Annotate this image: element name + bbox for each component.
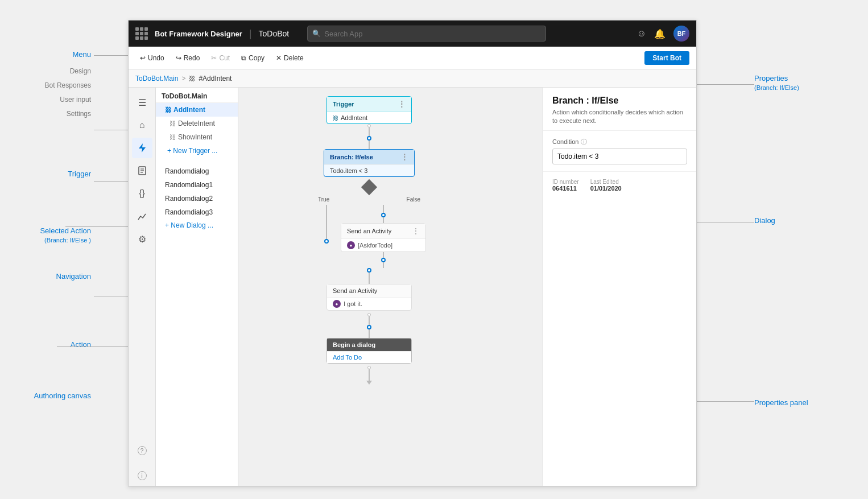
send-activity-main-body: ● I got it. [327, 298, 411, 310]
delete-button[interactable]: ✕ Delete [271, 52, 308, 64]
trigger-node[interactable]: Trigger ⋮ ⛓ AddIntent [326, 96, 412, 124]
v-line-2 [369, 141, 370, 149]
props-condition-input[interactable] [552, 149, 687, 164]
props-condition-field: Condition ⓘ [543, 131, 696, 172]
dialog-item-randomdialog1[interactable]: Randomdialog1 [156, 178, 238, 192]
false-branch-line [383, 205, 384, 213]
delete-label: Delete [284, 54, 304, 62]
v-line-5 [369, 329, 370, 338]
dialog-panel-header: ToDoBot.Main [156, 88, 238, 103]
app-title: Bot Framework Designer [155, 30, 242, 38]
sidebar-icon-triggers[interactable] [132, 138, 152, 158]
search-box[interactable]: 🔍 [307, 26, 546, 42]
new-trigger-button[interactable]: + New Trigger ... [156, 144, 238, 158]
redo-button[interactable]: ↪ Redo [171, 52, 205, 64]
props-header: Branch : If/Else Action which conditiona… [543, 88, 696, 131]
trigger-node-header: Trigger ⋮ [327, 97, 411, 112]
ann-properties-panel: Properties panel [754, 398, 808, 407]
topbar-right: ☺ 🔔 BF [637, 26, 689, 42]
dialog-item-addintent-label: AddIntent [173, 106, 205, 114]
true-label: True [318, 196, 329, 203]
connector-dot-4 [367, 325, 371, 329]
breadcrumb-icon: ⛓ [189, 75, 195, 82]
ann-properties-sub: (Branch: If/Else) [754, 84, 799, 91]
breadcrumb-current: #AddIntent [199, 75, 232, 83]
props-id-value: 0641611 [552, 185, 579, 192]
begin-dialog-node[interactable]: Begin a dialog Add To Do [326, 338, 412, 364]
sidebar-icon-docs[interactable] [132, 160, 152, 181]
ann-action: Action [71, 340, 91, 349]
new-dialog-button[interactable]: + New Dialog ... [156, 219, 238, 232]
hint-circle-2: i [138, 471, 147, 480]
search-icon: 🔍 [312, 30, 321, 38]
trigger-menu-dots[interactable]: ⋮ [398, 100, 406, 109]
dialog-item-addintent[interactable]: ⛓ AddIntent [156, 103, 238, 117]
send-activity-false-header: Send an Activity ⋮ [341, 224, 425, 239]
send-false-body-label: [AskforTodo] [358, 242, 392, 249]
copy-button[interactable]: ⧉ Copy [237, 52, 269, 64]
branch-node[interactable]: Branch: If/else ⋮ Todo.item < 3 [324, 149, 415, 177]
sidebar-icon-hint1[interactable]: ? [132, 440, 152, 461]
emoji-icon[interactable]: ☺ [637, 28, 646, 39]
dialog-panel: ToDoBot.Main ⛓ AddIntent ⛓ DeleteIntent … [156, 88, 238, 486]
false-label: False [407, 196, 420, 203]
sidebar-icon-settings[interactable]: ⚙ [132, 229, 152, 249]
redo-icon: ↪ [176, 54, 181, 62]
notification-icon[interactable]: 🔔 [654, 28, 666, 39]
dialog-item-deleteintent-label: DeleteIntent [178, 119, 215, 127]
avatar[interactable]: BF [673, 26, 689, 42]
cut-button[interactable]: ✂ Cut [206, 52, 234, 64]
dialog-item-randomdialog[interactable]: Randomdialog [156, 164, 238, 178]
send-false-menu-dots[interactable]: ⋮ [412, 226, 420, 236]
sidebar-icon-menu[interactable]: ☰ [132, 92, 152, 113]
dialog-item-randomdialog3[interactable]: Randomdialog3 [156, 205, 238, 219]
send-activity-false-body: ● [AskforTodo] [341, 239, 425, 251]
dialog-item-showintent[interactable]: ⛓ ShowIntent [156, 130, 238, 144]
dialog-item-deleteintent[interactable]: ⛓ DeleteIntent [156, 117, 238, 130]
props-last-edited: Last Edited 01/01/2020 [590, 179, 622, 192]
breadcrumb-root[interactable]: ToDoBot.Main [135, 75, 178, 83]
breadcrumb-sep: > [181, 75, 185, 83]
props-last-edited-value: 01/01/2020 [590, 185, 622, 192]
ann-selected-action: Selected Action [40, 226, 91, 235]
app-name: ToDoBot [259, 29, 290, 38]
props-last-edited-label: Last Edited [590, 179, 622, 185]
dialog-section [156, 158, 238, 164]
send-main-icon: ● [333, 300, 341, 308]
toolbar: ↩ Undo ↪ Redo ✂ Cut ⧉ Copy ✕ Delete Star… [129, 47, 696, 69]
sidebar-icon-analytics[interactable] [132, 206, 152, 226]
true-branch-dot [324, 239, 329, 244]
sidebar-icons: ☰ ⌂ {} [129, 88, 156, 486]
send-activity-main-node[interactable]: Send an Activity ● I got it. [326, 284, 412, 311]
props-condition-label: Condition ⓘ [552, 138, 687, 146]
send-activity-false-node[interactable]: Send an Activity ⋮ ● [AskforTodo] [341, 223, 426, 252]
ann-line-menu [94, 55, 129, 56]
intent-icon: ⛓ [165, 106, 171, 113]
false-line-2 [383, 217, 384, 223]
false-end-dot [381, 258, 386, 262]
undo-button[interactable]: ↩ Undo [135, 52, 169, 64]
ann-navigation: Navigation [56, 272, 91, 281]
search-input[interactable] [324, 30, 541, 38]
canvas-area[interactable]: Trigger ⋮ ⛓ AddIntent [238, 88, 543, 486]
cut-label: Cut [219, 54, 230, 62]
properties-panel: Branch : If/Else Action which conditiona… [543, 88, 696, 486]
trigger-body-label: AddIntent [341, 114, 367, 121]
sidebar-icon-hint2[interactable]: i [132, 465, 152, 486]
ann-dialog: Dialog [754, 216, 775, 225]
ann-bot-responses: Bot Responses [45, 81, 91, 89]
ann-properties: Properties [754, 74, 788, 83]
trigger-icon-small: ⛓ [333, 115, 338, 121]
app-grid-icon[interactable] [135, 27, 148, 40]
start-bot-button[interactable]: Start Bot [644, 51, 689, 65]
ann-menu: Menu [72, 50, 91, 59]
v-line-4 [369, 316, 370, 325]
sidebar-icon-code[interactable]: {} [132, 183, 152, 204]
arrow-down [366, 381, 372, 385]
sidebar-icon-home[interactable]: ⌂ [132, 115, 152, 135]
dialog-item-randomdialog2[interactable]: Randomdialog2 [156, 192, 238, 205]
dialog-item-showintent-label: ShowIntent [178, 133, 212, 141]
connector-dot-2 [367, 136, 371, 141]
branch-menu-dots[interactable]: ⋮ [400, 152, 408, 162]
ann-user-input: User input [60, 96, 91, 104]
